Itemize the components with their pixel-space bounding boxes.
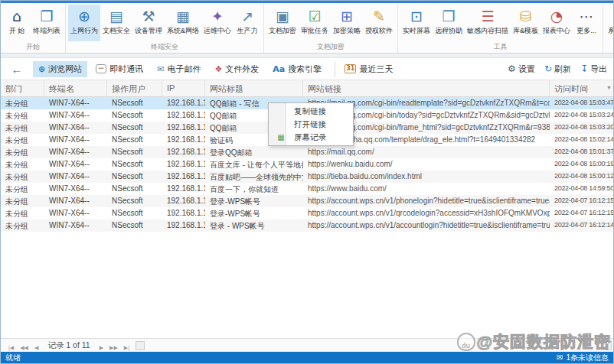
pager-prev-button[interactable]: ◀	[31, 345, 41, 350]
cell-terminal: WIN7-X64--	[44, 109, 107, 122]
table-row[interactable]: 未分组WIN7-X64--NSecsoft192.168.1.190登录QQ邮箱…	[1, 146, 613, 158]
mail-icon: ✉	[557, 353, 563, 362]
pager-next-button[interactable]: ▶	[96, 345, 106, 350]
ribbon-group-label: 其他	[606, 41, 613, 53]
tab-instant-messaging[interactable]: ⋯即时通讯	[90, 61, 149, 77]
ribbon-group-items: ▣文档加密☑审批任务⊞加密策略✎授权软件	[266, 5, 395, 41]
record-pager: |◀◀◀◀ 记录 1 of 11 ▶▶▶▶|	[1, 338, 613, 352]
settings-button[interactable]: ⚙设置	[508, 63, 535, 75]
ribbon-item-terminal-list[interactable]: ❐终端列表	[31, 5, 63, 41]
ribbon-group-label: 工具	[400, 41, 600, 53]
menu-item-open-link[interactable]: 打开链接	[269, 118, 353, 131]
cell-time: 2022-04-08 15:03:20	[550, 122, 613, 134]
refresh-button[interactable]: ↻刷新	[544, 63, 571, 75]
email-icon: ✉	[157, 64, 164, 74]
ribbon-item-licensed-software[interactable]: ✎授权软件	[363, 5, 395, 41]
table-row[interactable]: 未分组WIN7-X64--NSecsoft192.168.1.190百度贴吧——…	[1, 171, 613, 183]
ribbon-group: ⊕上网行为▤文档安全⚒设备管理▦系统&网络✦运维中心↗生产力终端安全	[66, 3, 264, 53]
ribbon-item-system-settings[interactable]: ⚙系统设置	[606, 5, 613, 41]
ribbon-item-report-center[interactable]: ◔报表中心	[541, 5, 573, 41]
ribbon-item-realtime-screen[interactable]: ⊡实时屏幕	[400, 5, 433, 41]
pager-prev-button[interactable]: |◀	[5, 345, 17, 350]
status-unread[interactable]: ✉ 1条未读信息	[557, 353, 609, 363]
cell-url: https://account.wps.cn/v1/qrcodelogin?ac…	[303, 207, 550, 219]
ribbon-item-device-mgmt[interactable]: ⚒设备管理	[132, 5, 165, 41]
pager-record-label: 记录 1 of 11	[41, 340, 96, 351]
column-header[interactable]: 网站标题	[205, 80, 303, 96]
ribbon-item-sensitive-scan[interactable]: ☰敏感内容扫描	[465, 5, 511, 41]
pager-prev-button[interactable]: ◀◀	[17, 345, 31, 350]
column-header[interactable]: IP	[162, 80, 205, 96]
scrollbar-button[interactable]	[602, 340, 612, 350]
ribbon-item-remote-assist[interactable]: ❒远程协助	[433, 5, 465, 41]
ribbon-item-web-behavior[interactable]: ⊕上网行为	[68, 5, 100, 41]
tab-email[interactable]: ✉电子邮件	[152, 61, 206, 77]
remote-assist-icon: ❒	[442, 6, 455, 26]
column-header[interactable]: 终端名	[44, 80, 107, 96]
cell-time: 2022-04-08 15:00:12	[550, 171, 613, 183]
cell-time: 2022-04-07 16:12:14	[550, 219, 613, 232]
tab-file-outgoing[interactable]: ❖文件外发	[209, 61, 264, 77]
pager-next-button[interactable]: ▶|	[121, 345, 132, 350]
cell-user: NSecsoft	[107, 183, 162, 195]
table-row[interactable]: 未分组WIN7-X64--NSecsoft192.168.1.190登录 - W…	[1, 219, 613, 232]
menu-item-screen-record[interactable]: ▦屏幕记录	[269, 131, 353, 144]
pager-next-button[interactable]: ▶▶	[106, 345, 121, 350]
ribbon-item-doc-security[interactable]: ▤文档安全	[100, 5, 132, 41]
column-header[interactable]: 网站链接	[303, 80, 550, 96]
cell-time: 2022-04-07 16:12:15	[550, 207, 613, 219]
cell-terminal: WIN7-X64--	[44, 134, 107, 146]
ribbon-item-doc-encrypt[interactable]: ▣文档加密	[266, 5, 299, 41]
ribbon-item-encrypt-policy[interactable]: ⊞加密策略	[331, 5, 363, 41]
ribbon-item-system-network[interactable]: ▦系统&网络	[165, 5, 201, 41]
ribbon-item-label: 远程协助	[435, 26, 462, 36]
tab-recent-3days[interactable]: 31最近三天	[335, 61, 398, 77]
ribbon-item-productivity[interactable]: ↗生产力	[234, 5, 261, 41]
ribbon-item-approval-tasks[interactable]: ☑审批任务	[299, 5, 331, 41]
cell-terminal: WIN7-X64--	[44, 207, 107, 219]
ribbon-item-label: 生产力	[237, 26, 258, 36]
column-header[interactable]: 操作用户	[107, 80, 162, 96]
cell-time: 2022-04-08 15:03:47	[550, 97, 613, 109]
cell-ip: 192.168.1.190	[162, 219, 205, 232]
tab-label: 即时通讯	[109, 63, 143, 75]
action-label: 设置	[518, 63, 535, 75]
recent-3days-icon: 31	[345, 64, 356, 73]
ribbon-item-library-templates[interactable]: ⛁库&模板	[511, 5, 541, 41]
ribbon-item-label: 系统设置	[608, 26, 613, 36]
file-outgoing-icon: ❖	[214, 64, 222, 74]
ribbon-item-label: 上网行为	[70, 26, 98, 36]
ribbon-group: ⊡实时屏幕❒远程协助☰敏感内容扫描⛁库&模板◔报表中心⋯更多...工具	[398, 3, 603, 53]
table-row[interactable]: 未分组WIN7-X64--NSecsoft192.168.1.190登录-WPS…	[1, 207, 613, 219]
table-row[interactable]: 未分组WIN7-X64--NSecsoft192.168.1.190百度文库 -…	[1, 158, 613, 171]
ribbon-item-more[interactable]: ⋯更多...	[573, 5, 600, 41]
ribbon-item-label: 敏感内容扫描	[467, 26, 508, 36]
menu-item-copy-link[interactable]: 复制链接	[269, 105, 353, 118]
cell-time: 2022-04-08 15:01:37	[550, 146, 613, 158]
ribbon-group: ▣文档加密☑审批任务⊞加密策略✎授权软件文档加密	[264, 3, 398, 53]
browse-web-icon: ⊕	[38, 64, 45, 74]
toolbar-actions: ⚙设置↻刷新↧导出	[508, 63, 607, 75]
cell-url: https://account.wps.cn/v1/accountlogin?h…	[303, 219, 550, 232]
table-row[interactable]: 未分组WIN7-X64--NSecsoft192.168.1.190登录-WPS…	[1, 195, 613, 207]
menu-item-label: 打开链接	[289, 119, 326, 130]
cell-url: https://wenku.baidu.com/	[303, 158, 550, 171]
start-icon: ⌂	[12, 6, 21, 26]
column-header[interactable]: 访问时间▼	[550, 80, 613, 96]
ribbon-item-ops-center[interactable]: ✦运维中心	[201, 5, 234, 41]
column-header[interactable]: 部门	[1, 80, 44, 96]
view-toolbar: ← ⊕浏览网站⋯即时通讯✉电子邮件❖文件外发Aa搜索引擎31最近三天 ⚙设置↻刷…	[1, 58, 613, 80]
tab-search-engine[interactable]: Aa搜索引擎	[267, 61, 327, 77]
export-button[interactable]: ↧导出	[580, 63, 607, 75]
pager-extra-button[interactable]	[136, 341, 145, 350]
back-arrow-icon[interactable]: ←	[7, 63, 27, 76]
tab-browse-web[interactable]: ⊕浏览网站	[33, 61, 87, 77]
ribbon-item-label: 授权软件	[365, 26, 393, 36]
productivity-icon: ↗	[241, 6, 253, 26]
unread-count-label: 1条未读信息	[566, 353, 609, 363]
filter-arrow-icon[interactable]: ▼	[606, 85, 612, 90]
cell-url: https://tieba.baidu.com/index.html	[303, 171, 550, 183]
table-row[interactable]: 未分组WIN7-X64--NSecsoft192.168.1.190百度一下，你…	[1, 183, 613, 195]
ribbon-item-start[interactable]: ⌂开 始	[3, 5, 31, 41]
cell-terminal: WIN7-X64--	[44, 219, 107, 232]
